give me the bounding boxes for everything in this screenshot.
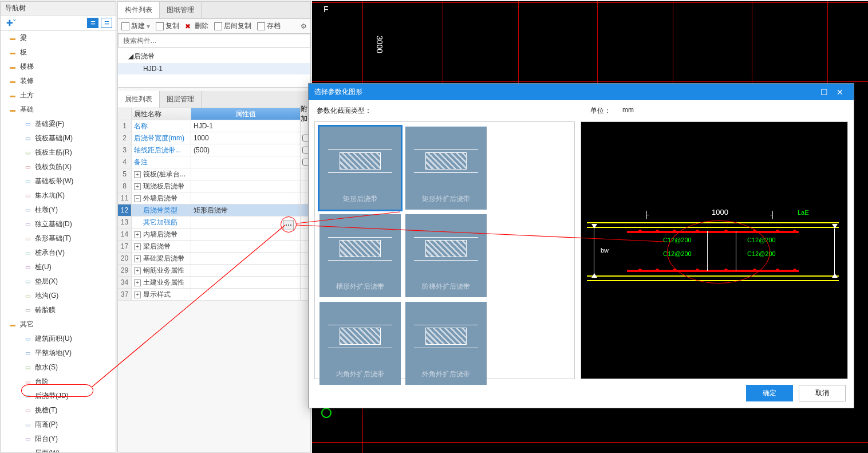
nav-tree-toolbar: ✚ˇ ☰ ☰ <box>1 15 116 31</box>
maximize-icon[interactable]: ☐ <box>816 88 832 97</box>
property-header: 属性名称 属性值 附加 <box>118 108 310 120</box>
floor-copy-icon <box>214 22 222 30</box>
property-grid: 属性名称 属性值 附加 1名称HJD-12后浇带宽度(mm)10003轴线距后浇… <box>118 108 310 301</box>
unit-label: 单位： <box>590 106 611 116</box>
item-icon: ▭ <box>23 235 31 243</box>
tree-item[interactable]: ▭基础梁(F) <box>1 117 116 131</box>
tree-item[interactable]: ▭独立基础(D) <box>1 217 116 231</box>
folder-icon: ▬ <box>9 49 17 57</box>
property-row[interactable]: 34+土建业务属性 <box>118 277 310 289</box>
archive-button[interactable]: 存档 <box>257 21 281 31</box>
dialog-subheader: 参数化截面类型： 单位： mm <box>309 100 854 121</box>
label-bw: bw <box>601 247 609 254</box>
cancel-button[interactable]: 取消 <box>799 385 846 401</box>
tree-item[interactable]: ▭砖胎膜 <box>1 303 116 317</box>
tree-group[interactable]: ▬板 <box>1 45 116 60</box>
item-icon: ▭ <box>23 306 31 314</box>
copy-button[interactable]: 复制 <box>156 21 179 31</box>
tree-item[interactable]: ▭屋面(W) <box>1 446 116 452</box>
tree-item[interactable]: ▭垫层(X) <box>1 274 116 289</box>
property-row[interactable]: 4备注 <box>118 156 310 168</box>
list-item[interactable]: HJD-1 <box>118 63 310 74</box>
ok-button[interactable]: 确定 <box>746 385 793 401</box>
tab-layer-mgmt[interactable]: 图层管理 <box>160 91 202 108</box>
delete-icon: ✖ <box>185 22 193 30</box>
property-row[interactable]: 11−外墙后浇带 <box>118 192 310 204</box>
gear-icon[interactable]: ⚙ <box>301 22 307 30</box>
tree-group[interactable]: ▬其它 <box>1 317 116 332</box>
tree-item[interactable]: ▭筏板负筋(X) <box>1 160 116 174</box>
tree-item[interactable]: ▭阳台(Y) <box>1 432 116 446</box>
tree-group[interactable]: ▬基础 <box>1 103 116 117</box>
parametric-shape-dialog: 选择参数化图形 ☐ ✕ 参数化截面类型： 单位： mm 矩形后浇带矩形外扩后浇带… <box>308 83 854 408</box>
tab-drawing-mgmt[interactable]: 图纸管理 <box>160 2 202 18</box>
property-row[interactable]: 1名称HJD-1 <box>118 120 310 132</box>
tree-item[interactable]: ▭基础板带(W) <box>1 174 116 188</box>
property-row[interactable]: 20+基础梁后浇带 <box>118 253 310 265</box>
tree-item[interactable]: ▭柱墩(Y) <box>1 203 116 217</box>
property-row[interactable]: 14+内墙后浇带 <box>118 229 310 241</box>
tree-item[interactable]: ▭筏板主筋(R) <box>1 145 116 160</box>
property-row[interactable]: 3轴线距后浇带...(500) <box>118 144 310 156</box>
shape-type-grid: 矩形后浇带矩形外扩后浇带槽形外扩后浇带阶梯外扩后浇带内角外扩后浇带外角外扩后浇带 <box>314 121 575 379</box>
section-type-label: 参数化截面类型： <box>317 106 372 116</box>
tree-item[interactable]: ▭筏板基础(M) <box>1 131 116 145</box>
tree-item[interactable]: ▭平整场地(V) <box>1 346 116 360</box>
tree-group[interactable]: ▬楼梯 <box>1 60 116 74</box>
view-grid-toggle[interactable]: ☰ <box>101 18 112 28</box>
shape-option[interactable]: 矩形外扩后浇带 <box>405 127 487 210</box>
item-icon: ▭ <box>23 421 31 429</box>
item-icon: ▭ <box>23 335 31 343</box>
tree-item[interactable]: ▭雨蓬(P) <box>1 417 116 432</box>
shape-option[interactable]: 内角外扩后浇带 <box>319 302 401 385</box>
property-row[interactable]: 12后浇带类型矩形后浇带 <box>118 204 310 216</box>
value-ellipsis-button[interactable]: ⋯ <box>283 220 294 230</box>
tab-property-list[interactable]: 属性列表 <box>118 91 160 108</box>
tree-group[interactable]: ▬装修 <box>1 74 116 88</box>
property-row[interactable]: 37+显示样式 <box>118 289 310 301</box>
close-icon[interactable]: ✕ <box>832 88 848 97</box>
tree-item[interactable]: ▭桩(U) <box>1 260 116 274</box>
shape-option[interactable]: 阶梯外扩后浇带 <box>405 214 487 297</box>
tree-item[interactable]: ▭桩承台(V) <box>1 246 116 260</box>
tree-item[interactable]: ▭条形基础(T) <box>1 231 116 246</box>
tree-item[interactable]: ▭挑檐(T) <box>1 403 116 417</box>
property-row[interactable]: 17+梁后浇带 <box>118 241 310 253</box>
nav-tree-title: 导航树 <box>1 2 116 15</box>
new-button[interactable]: 新建▾ <box>121 21 150 31</box>
view-list-toggle[interactable]: ☰ <box>87 18 98 28</box>
add-icon[interactable]: ✚ˇ <box>4 18 18 27</box>
archive-icon <box>257 22 265 30</box>
property-row[interactable]: 5+筏板(桩承台... <box>118 168 310 180</box>
tree-item[interactable]: ▭散水(S) <box>1 360 116 375</box>
tree-item[interactable]: ▭集水坑(K) <box>1 188 116 203</box>
copy-icon <box>156 22 164 30</box>
tree-group[interactable]: ▬土方 <box>1 88 116 103</box>
item-icon: ▭ <box>23 292 31 300</box>
search-input[interactable] <box>118 34 310 48</box>
property-row[interactable]: 8+现浇板后浇带 <box>118 180 310 192</box>
item-icon: ▭ <box>23 364 31 372</box>
shape-option[interactable]: 槽形外扩后浇带 <box>319 214 401 297</box>
shape-option[interactable]: 矩形后浇带 <box>319 127 401 210</box>
item-icon: ▭ <box>23 263 31 271</box>
shape-option[interactable]: 外角外扩后浇带 <box>405 302 487 385</box>
property-row[interactable]: 2后浇带宽度(mm)1000 <box>118 132 310 144</box>
dim-label: ├ <box>644 211 649 219</box>
property-row[interactable]: 13其它加强筋 <box>118 216 310 229</box>
item-icon: ▭ <box>23 163 31 171</box>
tab-component-list[interactable]: 构件列表 <box>118 2 160 18</box>
list-item[interactable]: ◢后浇带 <box>118 50 310 63</box>
tree-item[interactable]: ▭后浇带(JD) <box>1 389 116 403</box>
property-row[interactable]: 29+钢筋业务属性 <box>118 265 310 277</box>
folder-icon: ▬ <box>9 106 17 114</box>
tree-item[interactable]: ▭建筑面积(U) <box>1 332 116 346</box>
delete-button[interactable]: ✖删除 <box>185 21 208 31</box>
annotation-ellipse-preview <box>667 220 770 283</box>
tree-item[interactable]: ▭台阶 <box>1 375 116 389</box>
floor-copy-button[interactable]: 层间复制 <box>214 21 251 31</box>
dimension-label: 3000 <box>375 36 384 53</box>
shape-preview: ├ 1000 ┤ LaE bw C12@200 C12@200 C12@200 … <box>581 121 848 379</box>
tree-group[interactable]: ▬梁 <box>1 31 116 45</box>
tree-item[interactable]: ▭地沟(G) <box>1 289 116 303</box>
